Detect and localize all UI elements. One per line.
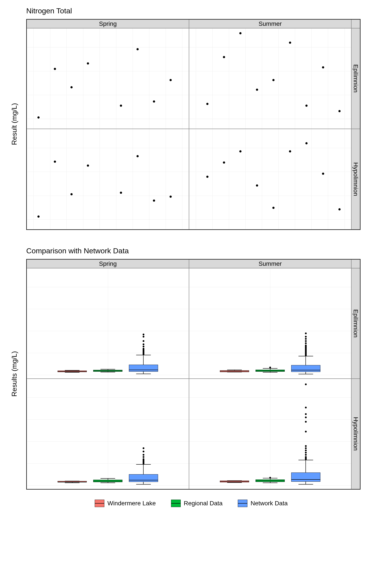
outlier	[305, 336, 307, 337]
scatter-panel: 0.120.150.180.21	[27, 28, 189, 129]
outlier	[143, 343, 144, 345]
box-network-data	[291, 268, 320, 378]
data-point	[54, 160, 56, 163]
data-point	[338, 208, 341, 210]
data-point	[272, 207, 274, 209]
outlier	[143, 334, 144, 335]
outlier	[143, 454, 144, 456]
legend-label: Regional Data	[184, 500, 222, 507]
facet-col-summer: Summer	[189, 19, 351, 28]
data-point	[239, 150, 242, 152]
outlier	[143, 447, 144, 449]
outlier	[305, 413, 307, 415]
data-point	[136, 48, 139, 50]
box-network-data	[291, 379, 320, 489]
data-point	[120, 192, 122, 194]
facet-row-hypolimnion: Hypolimnion	[351, 129, 360, 229]
data-point	[322, 173, 324, 175]
outlier	[143, 340, 144, 342]
data-point	[256, 184, 258, 187]
box-windermere-lake	[220, 379, 249, 489]
outlier	[305, 345, 307, 346]
data-point	[206, 176, 208, 178]
legend-key-icon	[238, 500, 247, 507]
outlier	[305, 338, 307, 340]
legend-item-regional-data: Regional Data	[171, 500, 222, 507]
outlier	[143, 348, 144, 349]
facet-row-epilimnion: Epilimnion	[351, 268, 360, 379]
legend-label: Network Data	[250, 500, 288, 507]
box-regional-data	[256, 379, 284, 489]
outlier	[305, 342, 307, 344]
outlier	[305, 421, 307, 423]
facet-row-hypolimnion: Hypolimnion	[351, 379, 360, 489]
data-point	[322, 66, 324, 68]
outlier	[143, 458, 144, 460]
data-point	[170, 79, 172, 81]
outlier	[143, 456, 144, 458]
boxplot-ylabel: Results (mg/L)	[10, 351, 18, 397]
outlier	[305, 416, 307, 418]
data-point	[70, 86, 73, 88]
scatter-ylabel: Result (mg/L)	[10, 103, 18, 145]
data-point	[223, 161, 225, 164]
facet-row-epilimnion: Epilimnion	[351, 28, 360, 129]
data-point	[153, 100, 155, 103]
legend: Windermere LakeRegional DataNetwork Data	[13, 500, 369, 507]
data-point	[70, 193, 73, 195]
outlier	[143, 451, 144, 452]
facet-col-spring: Spring	[27, 19, 189, 28]
outlier	[305, 407, 307, 408]
box-regional-data	[93, 268, 122, 378]
legend-item-windermere-lake: Windermere Lake	[95, 500, 156, 507]
box-windermere-lake	[220, 268, 249, 378]
facet-col-summer: Summer	[189, 259, 351, 268]
legend-item-network-data: Network Data	[238, 500, 288, 507]
data-point	[289, 150, 291, 152]
boxplot-title: Comparison with Network Data	[26, 247, 369, 255]
outlier	[305, 447, 307, 449]
box-regional-data	[256, 268, 284, 378]
outlier	[143, 346, 144, 347]
boxplot-panel: 01234Nitrogen Total	[27, 379, 189, 489]
box-windermere-lake	[58, 379, 87, 489]
boxplot-panel: 01234	[27, 268, 189, 379]
data-point	[170, 196, 172, 198]
scatter-panel: 0.120.150.180.21201620172018201920202021…	[27, 129, 189, 229]
outlier	[269, 477, 271, 479]
legend-label: Windermere Lake	[108, 500, 156, 507]
data-point	[289, 41, 291, 44]
facet-col-spring: Spring	[27, 259, 189, 268]
data-point	[87, 62, 89, 65]
scatter-panel: 2016201720182019202020212022202320242025	[189, 129, 351, 229]
box-regional-data	[93, 379, 122, 489]
outlier	[305, 431, 307, 432]
outlier	[305, 456, 307, 458]
data-point	[338, 110, 341, 112]
boxplot-panel: Nitrogen Total	[189, 379, 351, 489]
data-point	[206, 103, 208, 105]
data-point	[305, 105, 308, 107]
data-point	[87, 164, 89, 167]
scatter-facet-grid: Result (mg/L) SpringSummer0.120.150.180.…	[26, 19, 361, 229]
outlier	[305, 384, 307, 385]
data-point	[37, 116, 40, 119]
outlier	[269, 367, 271, 368]
data-point	[120, 105, 122, 107]
box-network-data	[129, 379, 158, 489]
data-point	[256, 89, 258, 91]
outlier	[305, 340, 307, 342]
data-point	[272, 79, 274, 81]
outlier	[143, 336, 144, 337]
data-point	[136, 155, 139, 157]
outlier	[305, 445, 307, 447]
scatter-title: Nitrogen Total	[26, 7, 369, 15]
legend-key-icon	[95, 500, 104, 507]
boxplot-panel	[189, 268, 351, 379]
scatter-panel	[189, 28, 351, 129]
boxplot-facet-grid: Results (mg/L) SpringSummer01234Epilimni…	[26, 259, 361, 489]
data-point	[239, 32, 242, 34]
data-point	[223, 56, 225, 58]
outlier	[305, 450, 307, 451]
box-windermere-lake	[58, 268, 87, 378]
